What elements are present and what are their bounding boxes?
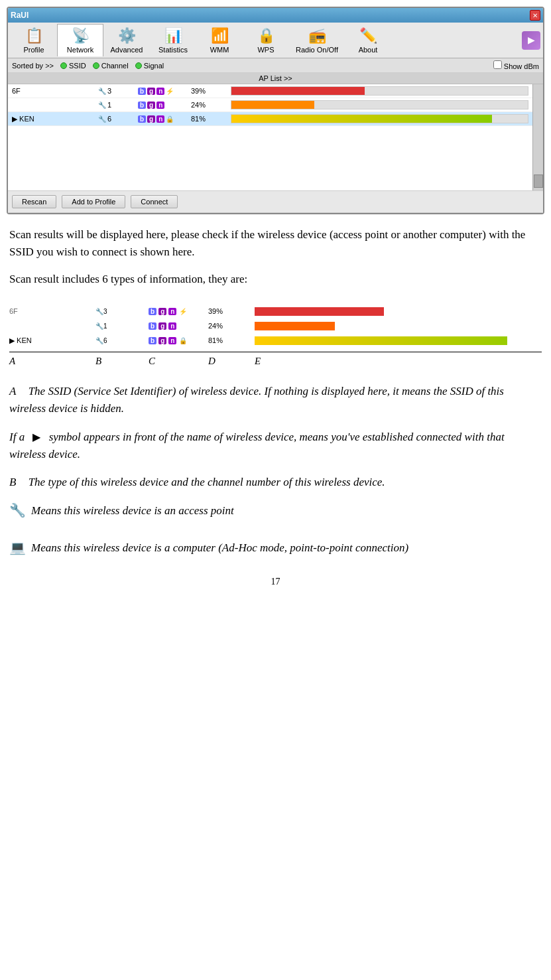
advanced-icon: ⚙️ (118, 27, 136, 44)
add-to-profile-button[interactable]: Add to Profile (62, 195, 125, 208)
nav-bar: 📋 Profile 📡 Network ⚙️ Advanced 📊 Statis… (8, 23, 543, 58)
channel-dot (93, 62, 99, 69)
nav-item-radio[interactable]: 📻 Radio On/Off (289, 25, 345, 56)
diag-item-a3: ▶ KEN (9, 333, 32, 348)
show-dbm-checkbox[interactable] (493, 60, 502, 69)
connect-button[interactable]: Connect (131, 195, 178, 208)
nav-right: ▶ (522, 31, 540, 50)
ap-ssid: 6F (12, 87, 98, 95)
ap-mode: b g n ⚡ (138, 88, 191, 95)
diag-item-a1: 6F (9, 304, 18, 318)
explanation-adhoc-block: 💻 Means this wireless device is a comput… (9, 539, 542, 566)
ssid-dot (60, 62, 67, 69)
nav-arrow-button[interactable]: ▶ (522, 31, 540, 50)
explanation-a: A The SSID (Service Set Identifier) of w… (9, 383, 542, 418)
nav-item-network[interactable]: 📡 Network (57, 24, 103, 56)
app-window: RaUI ✕ 📋 Profile 📡 Network ⚙️ Advanced 📊… (7, 7, 544, 214)
nav-label-statistics: Statistics (158, 46, 188, 54)
ap-ssid: ▶ KEN (12, 115, 98, 123)
explanation-b-block: B The type of this wireless device and t… (9, 474, 542, 491)
ap-row[interactable]: 6F 🔧3 b g n ⚡ 39% (8, 84, 532, 98)
diag-col-e (255, 300, 542, 348)
explanation-a-label: A (9, 385, 16, 397)
app-title: RaUI (11, 11, 29, 20)
diag-label-c: C (149, 355, 208, 367)
nav-label-wmm: WMM (210, 46, 229, 54)
nav-item-advanced[interactable]: ⚙️ Advanced (103, 25, 150, 56)
explanation-arrow-block: If a ▶ symbol appears in front of the na… (9, 429, 542, 464)
nav-label-radio: Radio On/Off (296, 46, 338, 54)
wps-icon: 🔒 (257, 27, 275, 44)
about-icon: ✏️ (359, 27, 377, 44)
diag-label-a: A (9, 355, 95, 367)
ap-mode: b g n (138, 102, 191, 109)
diag-col-b: 🔧3 🔧1 🔧6 (95, 300, 149, 348)
ap-channel: 🔧1 (98, 101, 138, 109)
ap-panel: Sorted by >> SSID Channel Signal Show dB… (8, 58, 543, 213)
ap-list-body: 6F 🔧3 b g n ⚡ 39% (8, 84, 532, 190)
diag-bar-e2 (255, 318, 542, 333)
nav-item-wps[interactable]: 🔒 WPS (243, 25, 289, 56)
explanation-b-text: The type of this wireless device and the… (29, 476, 385, 488)
nav-label-network: Network (67, 46, 93, 54)
diag-item-d2: 24% (208, 318, 223, 333)
ap-signal: 24% (191, 101, 231, 109)
title-bar: RaUI ✕ (8, 8, 543, 23)
paragraph-2: Scan result includes 6 types of informat… (9, 271, 542, 288)
ap-row[interactable]: 🔧1 b g n 24% (8, 98, 532, 112)
nav-label-profile: Profile (23, 46, 44, 54)
diagram-labels: A B C D E (9, 352, 542, 367)
ap-list-container: 6F 🔧3 b g n ⚡ 39% (8, 84, 543, 190)
nav-item-wmm[interactable]: 📶 WMM (196, 25, 243, 56)
ap-mode: b g n 🔒 (138, 115, 191, 123)
scrollbar-thumb[interactable] (534, 175, 543, 188)
wmm-icon: 📶 (211, 27, 229, 44)
ap-signal-bar (231, 114, 528, 123)
explanation-arrow-text: If a ▶ symbol appears in front of the na… (9, 429, 542, 464)
diag-label-d: D (208, 355, 255, 367)
nav-item-about[interactable]: ✏️ About (345, 25, 391, 56)
nav-item-profile[interactable]: 📋 Profile (11, 25, 57, 56)
rescan-button[interactable]: Rescan (12, 195, 56, 208)
diag-item-c2: b g n (149, 318, 176, 333)
ap-signal-bar (231, 86, 528, 96)
diag-item-b3: 🔧6 (95, 333, 107, 348)
sorted-by-label: Sorted by >> (12, 62, 54, 70)
explanation-a-text: The SSID (Service Set Identifier) of wir… (9, 385, 504, 415)
diagram-row: 6F ▶ KEN 🔧3 🔧1 🔧6 b g n ⚡ b g n b g n � (9, 300, 542, 348)
channel-filter[interactable]: Channel (93, 62, 129, 70)
scrollbar[interactable] (532, 84, 543, 190)
arrow-symbol: ▶ (32, 431, 40, 443)
diag-bar-e3 (255, 333, 542, 348)
ap-row[interactable]: ▶ KEN 🔧6 b g n 🔒 81% (8, 112, 532, 126)
ap-toolbar: Sorted by >> SSID Channel Signal Show dB… (8, 58, 543, 73)
statistics-icon: 📊 (164, 27, 182, 44)
close-button[interactable]: ✕ (530, 10, 540, 21)
diagram-section: 6F ▶ KEN 🔧3 🔧1 🔧6 b g n ⚡ b g n b g n � (9, 300, 542, 367)
ap-signal-bar (231, 100, 528, 109)
diag-col-d: 39% 24% 81% (208, 300, 255, 348)
signal-filter[interactable]: Signal (135, 62, 164, 70)
explanation-b-label: B (9, 476, 16, 488)
explanation-a-block: A The SSID (Service Set Identifier) of w… (9, 383, 542, 418)
ap-actions: Rescan Add to Profile Connect (8, 190, 543, 212)
radio-icon: 📻 (308, 27, 326, 44)
main-content: Scan results will be displayed here, ple… (0, 214, 551, 607)
ap-list-header: AP List >> (8, 73, 543, 84)
paragraph-1: Scan results will be displayed here, ple… (9, 226, 542, 261)
nav-item-statistics[interactable]: 📊 Statistics (150, 25, 196, 56)
explanation-ap: Means this wireless device is an access … (31, 502, 234, 520)
ap-channel: 🔧6 (98, 115, 138, 123)
diag-col-c: b g n ⚡ b g n b g n 🔒 (149, 300, 208, 348)
profile-icon: 📋 (25, 27, 43, 44)
ap-icon: 🔧 (9, 502, 26, 518)
diag-item-d3: 81% (208, 333, 223, 348)
diag-item-c1: b g n ⚡ (149, 304, 187, 318)
diag-item-b2: 🔧1 (95, 318, 107, 333)
nav-label-about: About (359, 46, 378, 54)
channel-label: Channel (101, 62, 129, 70)
ssid-filter[interactable]: SSID (60, 62, 86, 70)
diag-bar-e1 (255, 304, 542, 318)
ap-channel: 🔧3 (98, 87, 138, 95)
ap-signal: 81% (191, 115, 231, 123)
